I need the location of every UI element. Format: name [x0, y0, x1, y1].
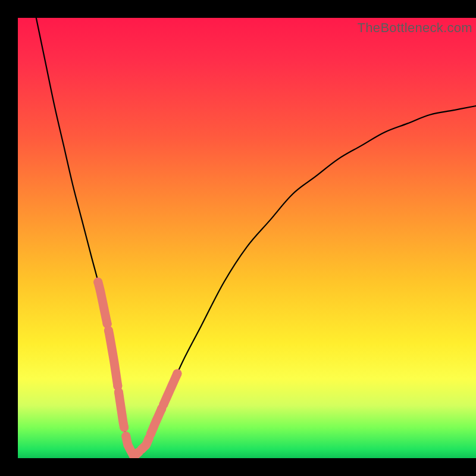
marker-cap	[114, 388, 123, 397]
chart-frame: TheBottleneck.com	[0, 0, 476, 476]
marker-segment	[164, 374, 177, 405]
marker-cap	[146, 430, 155, 439]
curve-svg	[18, 18, 476, 458]
highlight-markers	[93, 278, 181, 457]
marker-cap	[173, 369, 181, 378]
marker-cap	[120, 423, 129, 432]
marker-cap	[104, 326, 113, 335]
marker-cap	[93, 278, 102, 287]
marker-segment	[108, 330, 117, 386]
plot-area: TheBottleneck.com	[18, 18, 476, 458]
marker-cap	[137, 445, 146, 454]
marker-segment	[118, 392, 124, 427]
marker-cap	[121, 432, 130, 441]
bottleneck-curve	[36, 18, 476, 455]
marker-segment	[98, 282, 107, 324]
marker-cap	[159, 400, 168, 409]
